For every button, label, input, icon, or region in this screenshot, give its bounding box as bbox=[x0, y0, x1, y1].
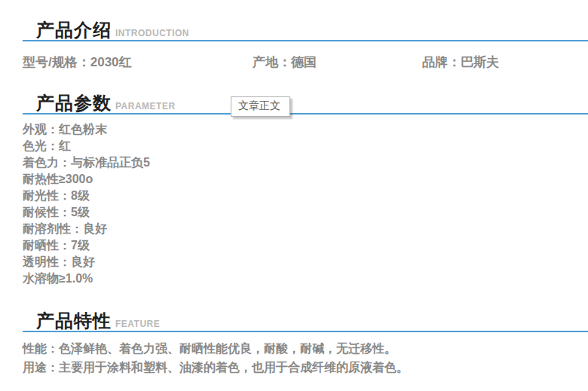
parameter-item: 色光：红 bbox=[23, 138, 150, 154]
parameter-item: 耐光性：8级 bbox=[23, 188, 150, 204]
feature-section-header: 产品特性 FEATURE bbox=[23, 307, 588, 332]
spec-brand: 品牌：巴斯夫 bbox=[422, 53, 499, 71]
parameter-item: 耐晒性：7级 bbox=[23, 237, 150, 254]
article-body-editor-tag[interactable]: 文章正文 bbox=[231, 96, 290, 117]
parameter-title: 产品参数 bbox=[36, 93, 112, 113]
parameter-section-header: 产品参数 PARAMETER bbox=[23, 89, 588, 115]
spec-model: 型号/规格：2030红 bbox=[23, 53, 132, 71]
product-detail-page: 产品介绍 INTRODUCTION 型号/规格：2030红 产地：德国 品牌：巴… bbox=[0, 0, 588, 391]
parameter-item: 耐热性≥300o bbox=[23, 171, 150, 188]
parameter-item: 耐候性：5级 bbox=[23, 204, 150, 221]
parameter-item: 着色力：与标准品正负5 bbox=[23, 154, 150, 171]
feature-item: 性能：色泽鲜艳、着色力强、耐晒性能优良，耐酸，耐碱，无迁移性。 bbox=[23, 339, 409, 358]
intro-subtitle: INTRODUCTION bbox=[115, 29, 189, 40]
parameter-item: 水溶物≥1.0% bbox=[23, 270, 150, 287]
parameter-list: 外观：红色粉末 色光：红 着色力：与标准品正负5 耐热性≥300o 耐光性：8级… bbox=[23, 121, 150, 287]
spec-origin: 产地：德国 bbox=[253, 53, 317, 71]
intro-title: 产品介绍 bbox=[36, 20, 112, 40]
feature-list: 性能：色泽鲜艳、着色力强、耐晒性能优良，耐酸，耐碱，无迁移性。 用途：主要用于涂… bbox=[23, 339, 409, 377]
parameter-item: 外观：红色粉末 bbox=[23, 121, 150, 138]
feature-title: 产品特性 bbox=[36, 311, 112, 331]
parameter-item: 透明性：良好 bbox=[23, 254, 150, 270]
parameter-subtitle: PARAMETER bbox=[115, 102, 176, 113]
intro-section-header: 产品介绍 INTRODUCTION bbox=[23, 16, 588, 41]
feature-subtitle: FEATURE bbox=[115, 319, 160, 331]
parameter-item: 耐溶剂性：良好 bbox=[23, 221, 150, 237]
feature-item: 用途：主要用于涂料和塑料、油漆的着色，也用于合成纤维的原液着色。 bbox=[23, 358, 409, 377]
